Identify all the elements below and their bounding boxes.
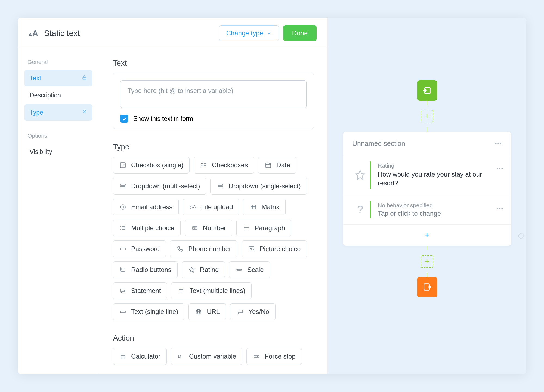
type-option-yes-no[interactable]: ?Yes/No	[230, 303, 276, 320]
type-option-multiple-choice[interactable]: Multiple choice	[113, 220, 181, 236]
date-icon	[264, 162, 272, 168]
type-option-radio-buttons[interactable]: Radio buttons	[113, 261, 178, 278]
type-option-scale[interactable]: Scale	[229, 261, 270, 278]
action-option-calculator[interactable]: Calculator	[113, 348, 167, 365]
type-option-paragraph[interactable]: Paragraph	[236, 220, 291, 236]
sidebar-item-text[interactable]: Text	[24, 70, 92, 86]
type-heading: Type	[113, 143, 314, 151]
close-icon[interactable]	[82, 109, 87, 116]
page-title: Static text	[44, 29, 219, 38]
yes-no-icon: ?	[236, 308, 244, 315]
password-icon	[119, 246, 127, 252]
text-input[interactable]: Type here (hit @ to insert a variable)	[120, 80, 307, 108]
sidebar-section-general: General	[27, 59, 89, 65]
calculator-icon	[119, 353, 127, 360]
sidebar-item-description[interactable]: Description	[24, 87, 92, 103]
svg-point-26	[120, 226, 121, 227]
svg-rect-3	[120, 163, 125, 168]
section-title[interactable]: Unnamed section	[352, 140, 405, 147]
lock-icon	[82, 75, 87, 82]
action-heading: Action	[113, 334, 314, 342]
checkboxes-icon	[200, 162, 208, 168]
type-option-file-upload[interactable]: File upload	[183, 199, 239, 215]
type-option-text-single-line[interactable]: Text (single line)	[113, 303, 184, 320]
svg-rect-39	[249, 247, 254, 251]
add-above-slot[interactable]: +	[421, 110, 433, 122]
svg-marker-73	[356, 171, 364, 180]
checkbox-checked-icon	[120, 115, 128, 123]
text-single-line-icon	[119, 308, 127, 315]
radio-buttons-icon	[119, 267, 127, 273]
statement-icon	[119, 288, 127, 294]
type-option-date[interactable]: Date	[258, 157, 296, 174]
svg-rect-0	[83, 77, 86, 79]
question-unset[interactable]: ? No behavior specified Tap or click to …	[343, 195, 511, 225]
svg-line-71	[257, 355, 258, 357]
type-option-checkboxes[interactable]: Checkboxes	[194, 157, 254, 174]
type-option-rating[interactable]: Rating	[182, 261, 225, 278]
matrix-icon	[249, 204, 257, 210]
svg-point-53	[123, 290, 123, 291]
svg-rect-58	[120, 311, 125, 313]
dropdown-single-select-icon	[217, 183, 224, 189]
type-option-text-multiple-lines[interactable]: Text (multiple lines)	[171, 282, 251, 299]
text-heading: Text	[113, 59, 314, 67]
add-question-button[interactable]: + ◇	[343, 225, 511, 246]
done-button[interactable]: Done	[283, 25, 317, 41]
paragraph-icon	[243, 225, 250, 231]
svg-point-45	[120, 269, 121, 270]
action-option-force-stop[interactable]: Force stop	[246, 348, 302, 365]
more-icon[interactable]: •••	[493, 166, 503, 172]
question-rating[interactable]: Rating How would you rate your stay at o…	[343, 155, 511, 195]
type-option-checkbox-single[interactable]: Checkbox (single)	[113, 157, 190, 174]
svg-rect-48	[237, 269, 242, 270]
type-option-dropdown-multi-select[interactable]: Dropdown (multi-select)	[113, 178, 206, 195]
section-card: Unnamed section ••• Rating How would you…	[343, 132, 511, 246]
url-icon	[195, 308, 202, 315]
scale-icon	[235, 267, 243, 273]
sidebar-section-options: Options	[27, 132, 89, 139]
type-option-number[interactable]: 123Number	[185, 220, 232, 236]
type-option-statement[interactable]: Statement	[113, 282, 167, 299]
svg-marker-47	[189, 267, 194, 272]
svg-text:?: ?	[240, 310, 241, 312]
force-stop-icon	[253, 353, 260, 360]
dropdown-multi-select-icon	[119, 183, 127, 189]
add-below-slot[interactable]: +	[421, 255, 433, 268]
svg-line-69	[255, 355, 255, 357]
svg-rect-10	[120, 184, 125, 185]
sidebar-item-type[interactable]: Type	[24, 104, 92, 121]
type-option-phone-number[interactable]: Phone number	[170, 240, 237, 257]
show-in-form-toggle[interactable]: Show this text in form	[120, 115, 307, 123]
svg-point-27	[120, 228, 121, 228]
type-option-password[interactable]: Password	[113, 240, 166, 257]
type-option-dropdown-single-select[interactable]: Dropdown (single-select)	[210, 178, 307, 195]
more-icon[interactable]: •••	[493, 206, 503, 212]
type-option-picture-choice[interactable]: Picture choice	[242, 240, 307, 257]
svg-point-44	[120, 268, 121, 269]
sidebar-item-visibility[interactable]: Visibility	[24, 144, 92, 160]
svg-point-16	[120, 205, 125, 209]
type-option-email-address[interactable]: Email address	[113, 199, 179, 215]
svg-point-40	[250, 248, 251, 249]
end-node[interactable]	[417, 277, 437, 297]
svg-point-52	[122, 290, 122, 291]
type-option-matrix[interactable]: Matrix	[243, 199, 285, 215]
email-address-icon	[119, 204, 127, 210]
chevron-down-icon	[267, 31, 271, 36]
add-branch-icon[interactable]: ◇	[518, 230, 525, 240]
svg-point-17	[122, 206, 124, 208]
start-node[interactable]	[417, 80, 437, 101]
multiple-choice-icon	[119, 225, 127, 231]
change-type-label: Change type	[226, 29, 263, 37]
text-placeholder: Type here (hit @ to insert a variable)	[128, 87, 233, 94]
action-option-custom-variable[interactable]: Custom variable	[171, 348, 242, 365]
svg-point-46	[120, 271, 121, 272]
type-option-url[interactable]: URL	[188, 303, 226, 320]
change-type-button[interactable]: Change type	[219, 25, 279, 41]
svg-point-38	[124, 249, 124, 249]
more-icon[interactable]: •••	[495, 141, 502, 146]
svg-rect-6	[266, 163, 271, 168]
svg-text:123: 123	[193, 227, 196, 229]
checkbox-single-icon	[119, 162, 127, 168]
